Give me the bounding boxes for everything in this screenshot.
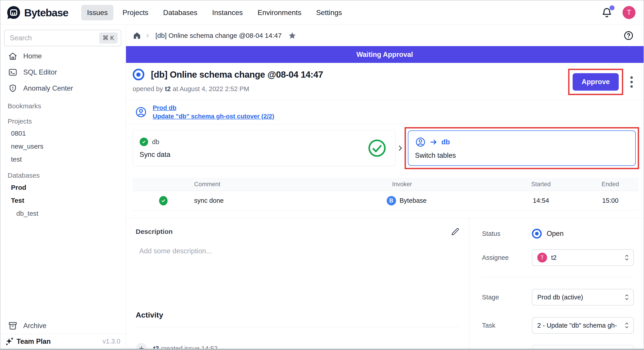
archive-icon bbox=[8, 321, 18, 330]
task-database-label: db bbox=[442, 138, 450, 146]
pipeline-stage-header: Prod db Update "db" schema gh-ost cutove… bbox=[126, 100, 644, 124]
table-header-started: Started bbox=[513, 181, 569, 188]
invoker-name: Bytebase bbox=[400, 197, 427, 204]
nav-tab-issues[interactable]: Issues bbox=[81, 5, 114, 20]
notification-dot bbox=[610, 5, 614, 10]
sidebar-section-projects: Projects bbox=[0, 112, 126, 127]
sidebar-database-prod[interactable]: Prod bbox=[0, 181, 126, 194]
byline-suffix: at August 4, 2022 2:52 PM bbox=[173, 85, 249, 92]
sidebar-item-label: Home bbox=[23, 52, 42, 60]
assignee-avatar: T bbox=[537, 253, 547, 262]
sidebar-project-test[interactable]: test bbox=[0, 153, 126, 166]
assignee-person-icon bbox=[135, 106, 147, 118]
table-header-ended: Ended bbox=[569, 181, 644, 188]
issue-byline: opened byt2at August 4, 2022 2:52 PM bbox=[133, 85, 323, 93]
task-name: Sync data bbox=[140, 150, 170, 159]
issue-sidebar-panel: Status Open Assignee T t2 bbox=[470, 218, 644, 349]
sidebar-item-anomaly-center[interactable]: Anomaly Center bbox=[0, 80, 126, 96]
nav-tab-environments[interactable]: Environments bbox=[252, 5, 307, 20]
success-check-icon bbox=[159, 196, 168, 206]
more-actions-kebab-icon[interactable] bbox=[628, 74, 634, 90]
top-bar: Bytebase Issues Projects Databases Insta… bbox=[0, 0, 644, 25]
status-label: Status bbox=[482, 230, 532, 238]
row-invoker-cell: B Bytebase bbox=[386, 196, 513, 206]
task-label: Task bbox=[482, 322, 532, 329]
help-icon[interactable] bbox=[624, 30, 634, 41]
assignee-value: t2 bbox=[551, 254, 556, 262]
issue-header: [db] Online schema change @08-04 14:47 o… bbox=[126, 63, 644, 100]
task-value: 2 - Update "db" schema gh- bbox=[537, 322, 617, 329]
plan-row[interactable]: Team Plan v1.3.0 bbox=[0, 334, 126, 349]
sidebar-database-db-test[interactable]: db_test bbox=[0, 207, 126, 220]
sidebar-database-test[interactable]: Test bbox=[0, 194, 126, 207]
table-header-comment: Comment bbox=[194, 181, 386, 188]
search-input[interactable] bbox=[6, 34, 99, 42]
table-header-invoker: Invoker bbox=[386, 181, 513, 188]
edit-pencil-icon[interactable] bbox=[451, 227, 460, 236]
notifications-button[interactable] bbox=[601, 7, 613, 18]
favorite-star-icon[interactable] bbox=[288, 31, 296, 40]
nav-tab-databases[interactable]: Databases bbox=[157, 5, 203, 20]
main-content: [db] Online schema change @08-04 14:47 bbox=[126, 25, 644, 349]
issue-open-status-icon bbox=[133, 69, 144, 80]
bytebase-logo-icon bbox=[6, 5, 21, 20]
breadcrumb-home-icon[interactable] bbox=[133, 31, 141, 40]
task-card-switch-tables[interactable]: db Switch tables bbox=[408, 130, 636, 166]
brand[interactable]: Bytebase bbox=[6, 5, 68, 20]
task-run-table: Comment Invoker Started Ended sync done … bbox=[133, 178, 639, 210]
description-placeholder[interactable]: Add some description... bbox=[140, 247, 460, 255]
status-banner: Waiting Approval bbox=[126, 46, 644, 63]
top-nav: Issues Projects Databases Instances Envi… bbox=[81, 5, 348, 20]
when-datetime-input[interactable] bbox=[532, 345, 634, 349]
sidebar-item-archive[interactable]: Archive bbox=[0, 318, 126, 334]
chevron-right-icon bbox=[145, 33, 150, 38]
activity-item: t2created issue14:52 bbox=[136, 343, 460, 349]
plus-icon bbox=[136, 343, 147, 349]
stage-select[interactable]: Prod db (active) bbox=[532, 289, 634, 306]
select-chevrons-icon bbox=[624, 253, 630, 262]
approve-annotation-highlight: Approve bbox=[568, 69, 623, 95]
approve-button[interactable]: Approve bbox=[572, 73, 619, 91]
sidebar-item-label: SQL Editor bbox=[23, 68, 57, 76]
app-window: Bytebase Issues Projects Databases Insta… bbox=[0, 0, 644, 350]
brand-name: Bytebase bbox=[24, 6, 68, 19]
assignee-select[interactable]: T t2 bbox=[532, 249, 634, 266]
issue-title: [db] Online schema change @08-04 14:47 bbox=[151, 70, 323, 80]
plan-version: v1.3.0 bbox=[103, 338, 120, 345]
sidebar-spacer bbox=[0, 220, 126, 318]
task-link[interactable]: Update "db" schema gh-ost cutover (2/2) bbox=[153, 113, 274, 120]
shield-alert-icon bbox=[8, 84, 18, 93]
sidebar-project-new-users[interactable]: new_users bbox=[0, 140, 126, 153]
search-shortcut-kbd: ⌘ K bbox=[99, 32, 118, 44]
sidebar-section-databases: Databases bbox=[0, 166, 126, 181]
plan-label: Team Plan bbox=[16, 338, 51, 346]
stage-chevron-icon bbox=[396, 144, 404, 152]
byline-prefix: opened by bbox=[133, 85, 163, 92]
stage-link[interactable]: Prod db bbox=[153, 104, 274, 112]
home-icon bbox=[8, 52, 18, 61]
nav-tab-instances[interactable]: Instances bbox=[206, 5, 248, 20]
task-card-sync-data[interactable]: db Sync data bbox=[133, 130, 396, 166]
arrow-right-icon bbox=[430, 138, 438, 146]
task-cards: db Sync data bbox=[126, 124, 644, 173]
sidebar-item-sql-editor[interactable]: SQL Editor bbox=[0, 64, 126, 80]
row-comment-cell: sync done bbox=[194, 197, 386, 204]
nav-tab-projects[interactable]: Projects bbox=[116, 5, 154, 20]
invoker-avatar: B bbox=[387, 196, 396, 206]
user-avatar[interactable]: T bbox=[622, 6, 636, 19]
switch-tables-annotation-highlight: db Switch tables bbox=[404, 127, 639, 169]
nav-tab-settings[interactable]: Settings bbox=[310, 5, 348, 20]
breadcrumb-current[interactable]: [db] Online schema change @08-04 14:47 bbox=[156, 32, 282, 40]
task-select[interactable]: 2 - Update "db" schema gh- bbox=[532, 317, 634, 334]
select-chevrons-icon bbox=[624, 321, 630, 330]
status-banner-text: Waiting Approval bbox=[356, 50, 413, 59]
sidebar-project-0801[interactable]: 0801 bbox=[0, 127, 126, 140]
activity-author: t2 bbox=[153, 345, 159, 349]
sidebar-item-home[interactable]: Home bbox=[0, 48, 126, 64]
assignee-label: Assignee bbox=[482, 254, 532, 262]
panel-divider bbox=[482, 277, 634, 277]
sidebar-item-label: Archive bbox=[23, 322, 46, 330]
assignee-person-icon bbox=[415, 137, 426, 148]
search-box[interactable]: ⌘ K bbox=[4, 30, 121, 46]
issue-detail-body: Description Add some description... Acti… bbox=[126, 218, 644, 349]
